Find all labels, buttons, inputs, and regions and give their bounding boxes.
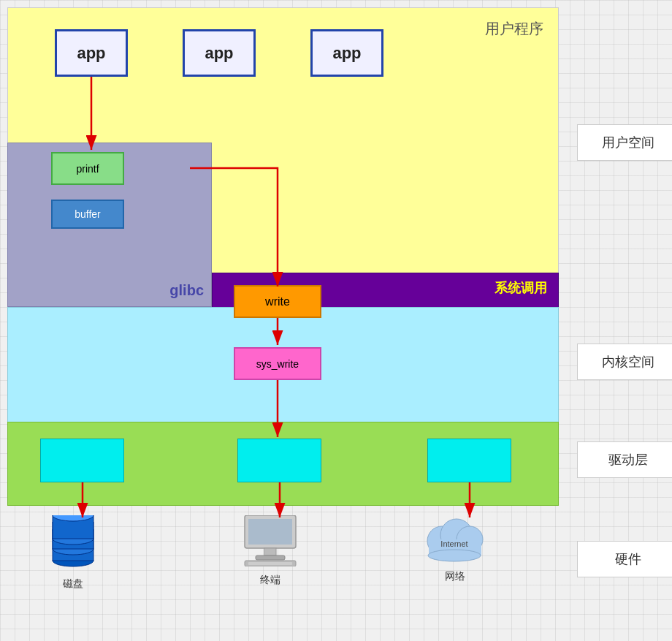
disk-label: 磁盘	[63, 577, 83, 591]
driver-label: 驱动层	[577, 441, 672, 478]
sys-write-box: sys_write	[234, 347, 321, 380]
driver-box-disk	[40, 439, 124, 482]
printf-box: printf	[51, 152, 124, 185]
driver-box-network	[427, 439, 511, 482]
user-program-label: 用户程序	[485, 19, 543, 39]
driver-box-terminal	[237, 439, 321, 482]
hardware-area: 磁盘 终端	[7, 508, 559, 636]
syscall-label: 系统调用	[495, 279, 547, 297]
terminal-label: 终端	[260, 574, 280, 587]
buffer-box: buffer	[51, 200, 124, 229]
svg-rect-11	[264, 548, 276, 555]
main-diagram: 用户程序 glibc 系统调用 app app app printf buffe…	[7, 7, 562, 636]
disk-icon	[47, 515, 99, 570]
user-space-label: 用户空间	[577, 124, 672, 161]
app-box-3: app	[310, 29, 383, 77]
svg-rect-14	[248, 562, 292, 565]
terminal-item: 终端	[241, 515, 299, 587]
kernel-space-label: 内核空间	[577, 344, 672, 380]
disk-item: 磁盘	[47, 515, 99, 591]
network-item: Internet 网络	[420, 512, 489, 583]
write-box: write	[234, 285, 321, 318]
svg-rect-12	[256, 555, 285, 560]
terminal-icon	[241, 515, 299, 566]
svg-point-19	[428, 550, 481, 561]
app-box-1: app	[55, 29, 128, 77]
cloud-icon: Internet	[420, 512, 489, 563]
svg-text:Internet: Internet	[440, 539, 467, 548]
hardware-label: 硬件	[577, 541, 672, 577]
glibc-label: glibc	[169, 282, 204, 299]
app-box-2: app	[183, 29, 256, 77]
svg-rect-10	[248, 519, 292, 545]
network-label: 网络	[445, 570, 465, 583]
